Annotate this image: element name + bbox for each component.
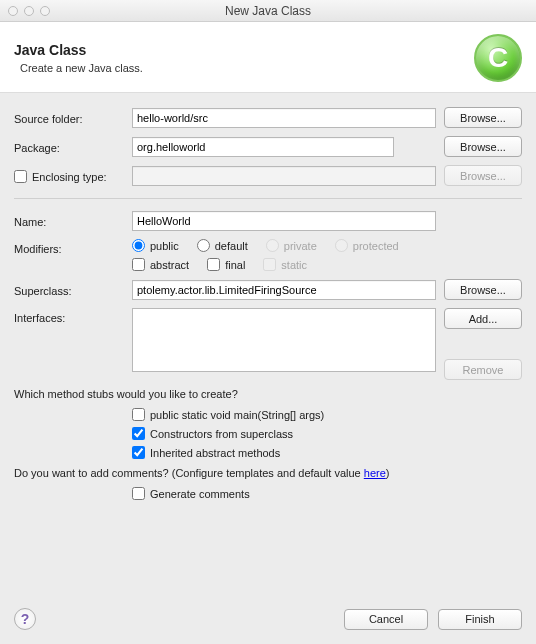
source-folder-browse-button[interactable]: Browse... — [444, 107, 522, 128]
interfaces-label: Interfaces: — [14, 308, 124, 324]
generate-comments-checkbox[interactable] — [132, 487, 145, 500]
name-label: Name: — [14, 214, 124, 228]
enclosing-type-row: Enclosing type: Browse... — [14, 165, 522, 186]
stub-main: public static void main(String[] args) — [132, 408, 522, 421]
interfaces-remove-button: Remove — [444, 359, 522, 380]
name-row: Name: — [14, 211, 522, 231]
modifier-final: final — [207, 258, 245, 271]
enclosing-type-label: Enclosing type: — [32, 171, 107, 183]
enclosing-type-browse-button: Browse... — [444, 165, 522, 186]
window-controls — [8, 6, 50, 16]
modifier-abstract-checkbox[interactable] — [132, 258, 145, 271]
modifier-private-radio — [266, 239, 279, 252]
modifier-abstract: abstract — [132, 258, 189, 271]
stub-main-checkbox[interactable] — [132, 408, 145, 421]
modifier-public-radio[interactable] — [132, 239, 145, 252]
stubs-question: Which method stubs would you like to cre… — [14, 388, 522, 400]
generate-comments: Generate comments — [132, 487, 522, 500]
close-window-icon[interactable] — [8, 6, 18, 16]
minimize-window-icon[interactable] — [24, 6, 34, 16]
package-row: Package: Browse... — [14, 136, 522, 157]
comments-question: Do you want to add comments? (Configure … — [14, 467, 522, 479]
package-input[interactable] — [132, 137, 394, 157]
zoom-window-icon[interactable] — [40, 6, 50, 16]
window-title: New Java Class — [0, 4, 536, 18]
superclass-input[interactable] — [132, 280, 436, 300]
source-folder-row: Source folder: Browse... — [14, 107, 522, 128]
package-browse-button[interactable]: Browse... — [444, 136, 522, 157]
page-title: Java Class — [14, 42, 464, 58]
dialog-header: Java Class Create a new Java class. C — [0, 22, 536, 93]
superclass-row: Superclass: Browse... — [14, 279, 522, 300]
enclosing-type-input — [132, 166, 436, 186]
interfaces-list[interactable] — [132, 308, 436, 372]
stub-inherited-methods: Inherited abstract methods — [132, 446, 522, 459]
modifier-final-checkbox[interactable] — [207, 258, 220, 271]
page-subtitle: Create a new Java class. — [20, 62, 464, 74]
configure-templates-link[interactable]: here — [364, 467, 386, 479]
modifier-static-checkbox — [263, 258, 276, 271]
package-label: Package: — [14, 140, 124, 154]
superclass-label: Superclass: — [14, 283, 124, 297]
help-icon[interactable]: ? — [14, 608, 36, 630]
class-icon: C — [474, 34, 522, 82]
modifier-default-radio[interactable] — [197, 239, 210, 252]
finish-button[interactable]: Finish — [438, 609, 522, 630]
superclass-browse-button[interactable]: Browse... — [444, 279, 522, 300]
modifiers-row: Modifiers: public default private protec… — [14, 239, 522, 271]
modifier-public: public — [132, 239, 179, 252]
interfaces-add-button[interactable]: Add... — [444, 308, 522, 329]
modifier-default: default — [197, 239, 248, 252]
source-folder-label: Source folder: — [14, 111, 124, 125]
modifier-protected-radio — [335, 239, 348, 252]
name-input[interactable] — [132, 211, 436, 231]
enclosing-type-checkbox[interactable] — [14, 170, 27, 183]
cancel-button[interactable]: Cancel — [344, 609, 428, 630]
modifier-protected: protected — [335, 239, 399, 252]
modifiers-label: Modifiers: — [14, 239, 124, 255]
interfaces-row: Interfaces: Add... Remove — [14, 308, 522, 380]
divider — [14, 198, 522, 199]
dialog-footer: ? Cancel Finish — [14, 608, 522, 630]
modifier-private: private — [266, 239, 317, 252]
stub-super-constructors-checkbox[interactable] — [132, 427, 145, 440]
modifier-static: static — [263, 258, 307, 271]
titlebar: New Java Class — [0, 0, 536, 22]
form-area: Source folder: Browse... Package: Browse… — [0, 93, 536, 500]
source-folder-input[interactable] — [132, 108, 436, 128]
stub-inherited-methods-checkbox[interactable] — [132, 446, 145, 459]
stub-super-constructors: Constructors from superclass — [132, 427, 522, 440]
